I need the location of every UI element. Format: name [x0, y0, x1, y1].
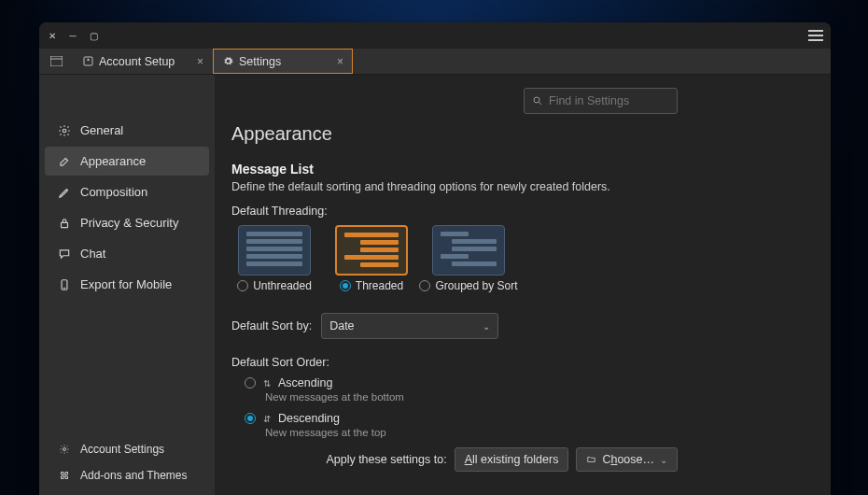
export-icon: [58, 278, 71, 291]
svg-point-7: [63, 448, 66, 451]
gear-icon: [58, 443, 71, 456]
threading-option-threaded[interactable]: Threaded: [329, 225, 414, 292]
svg-point-3: [87, 59, 89, 61]
minimize-icon[interactable]: ─: [67, 30, 78, 41]
order-option-ascending[interactable]: ⇅ Ascending: [245, 376, 808, 389]
apply-label: Apply these settings to:: [326, 453, 446, 466]
sidebar-item-privacy[interactable]: Privacy & Security: [45, 208, 209, 237]
main-panel: Appearance Message List Define the defau…: [215, 75, 831, 495]
sidebar-item-label: Chat: [80, 247, 105, 261]
tabbar: Account Setup × Settings ×: [39, 49, 831, 75]
sidebar-item-label: Composition: [80, 185, 147, 199]
sidebar-item-composition[interactable]: Composition: [45, 177, 209, 206]
tab-label: Settings: [239, 55, 281, 68]
maximize-icon[interactable]: ▢: [88, 30, 99, 41]
sidebar-item-account-settings[interactable]: Account Settings: [45, 437, 209, 461]
search-input[interactable]: [524, 88, 678, 114]
svg-line-9: [539, 103, 542, 106]
section-description: Define the default sorting and threading…: [231, 180, 808, 193]
apply-all-button[interactable]: All existing folders: [455, 447, 569, 472]
puzzle-icon: [58, 469, 71, 482]
lock-icon: [58, 217, 71, 230]
pencil-icon: [58, 186, 71, 199]
radio-icon: [340, 280, 351, 291]
order-hint: New messages at the top: [265, 427, 808, 438]
sidebar-item-appearance[interactable]: Appearance: [45, 147, 209, 176]
radio-icon: [245, 413, 256, 424]
titlebar: ✕ ─ ▢: [39, 22, 831, 49]
unthreaded-thumb: [238, 225, 311, 276]
sidebar-item-label: Add-ons and Themes: [80, 469, 188, 482]
page-title: Appearance: [231, 123, 808, 145]
menu-icon[interactable]: [808, 30, 823, 41]
search-field[interactable]: [549, 94, 669, 107]
radio-icon: [245, 377, 256, 389]
order-option-descending[interactable]: ⇵ Descending: [245, 412, 808, 425]
threading-option-unthreaded[interactable]: Unthreaded: [231, 225, 317, 292]
sort-by-select[interactable]: Date ⌄: [321, 313, 498, 339]
sidebar: General Appearance Composition Privacy &…: [39, 75, 215, 495]
spaces-icon[interactable]: [39, 49, 73, 74]
close-icon[interactable]: ×: [337, 55, 343, 68]
order-hint: New messages at the bottom: [265, 391, 808, 403]
close-icon[interactable]: ✕: [47, 30, 58, 41]
gear-icon: [222, 56, 233, 67]
option-label: Threaded: [356, 279, 403, 292]
threading-option-grouped[interactable]: Grouped by Sort: [426, 225, 511, 292]
svg-rect-2: [84, 57, 92, 65]
radio-icon: [419, 280, 430, 291]
search-icon: [532, 95, 543, 106]
tab-settings[interactable]: Settings ×: [213, 49, 353, 74]
grouped-thumb: [432, 225, 505, 276]
folder-icon: [586, 455, 596, 464]
option-label: Grouped by Sort: [435, 279, 517, 292]
gear-icon: [58, 124, 71, 137]
chevron-down-icon: ⌄: [483, 321, 490, 332]
app-window: ✕ ─ ▢ Account Setup × Settings ×: [39, 22, 831, 495]
sidebar-item-label: Appearance: [80, 154, 146, 168]
account-icon: [82, 56, 93, 67]
button-label: Choose…: [602, 453, 654, 466]
threaded-thumb: [335, 225, 408, 276]
svg-point-8: [534, 97, 539, 103]
select-value: Date: [329, 319, 354, 332]
tab-label: Account Setup: [99, 55, 175, 68]
chevron-down-icon: ⌄: [660, 455, 667, 465]
brush-icon: [58, 155, 71, 168]
ascending-icon: ⇅: [263, 378, 271, 389]
descending-icon: ⇵: [263, 414, 271, 424]
radio-icon: [237, 280, 248, 291]
sidebar-item-label: General: [80, 123, 123, 137]
button-label: All existing folders: [465, 453, 559, 466]
option-label: Ascending: [278, 376, 332, 389]
sidebar-item-label: Account Settings: [80, 443, 164, 456]
option-label: Unthreaded: [253, 279, 312, 292]
sort-order-label: Default Sort Order:: [231, 356, 808, 369]
sidebar-item-label: Export for Mobile: [80, 277, 172, 291]
svg-rect-5: [62, 222, 68, 227]
sort-by-label: Default Sort by:: [231, 319, 312, 332]
chat-icon: [58, 248, 71, 261]
sidebar-item-label: Privacy & Security: [80, 216, 178, 230]
threading-options: Unthreaded Threaded Grouped by Sort: [231, 225, 808, 292]
sidebar-item-chat[interactable]: Chat: [45, 239, 209, 268]
sidebar-item-addons[interactable]: Add-ons and Themes: [45, 463, 209, 488]
section-title: Message List: [231, 162, 808, 177]
sidebar-item-general[interactable]: General: [45, 116, 209, 145]
threading-label: Default Threading:: [231, 205, 808, 218]
svg-rect-0: [50, 56, 63, 66]
choose-button[interactable]: Choose… ⌄: [576, 447, 678, 472]
sidebar-item-export[interactable]: Export for Mobile: [45, 270, 209, 299]
close-icon[interactable]: ×: [197, 55, 203, 68]
tab-account-setup[interactable]: Account Setup ×: [73, 49, 213, 74]
svg-point-4: [63, 129, 66, 133]
option-label: Descending: [278, 412, 340, 425]
